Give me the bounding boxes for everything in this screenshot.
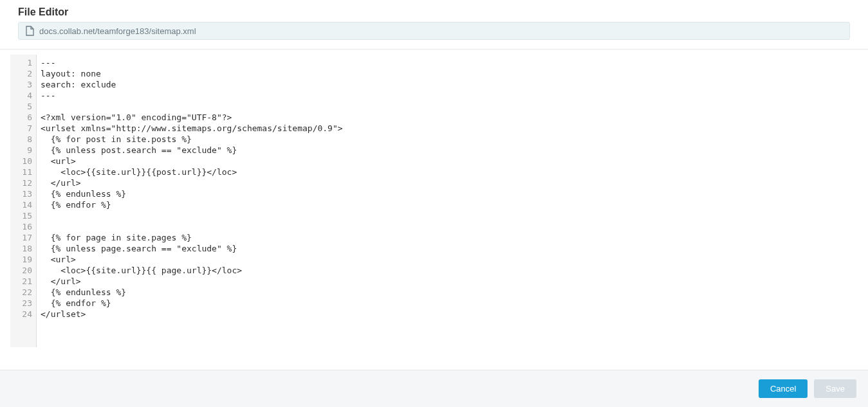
code-line[interactable]: <?xml version="1.0" encoding="UTF-8"?> xyxy=(41,112,858,123)
editor-container: 123456789101112131415161718192021222324 … xyxy=(0,55,868,370)
line-number: 16 xyxy=(17,221,32,232)
line-number: 5 xyxy=(17,101,32,112)
line-number: 18 xyxy=(17,243,32,254)
code-line[interactable]: {% for post in site.posts %} xyxy=(41,134,858,145)
line-number: 10 xyxy=(17,156,32,167)
code-line[interactable]: search: exclude xyxy=(41,79,858,90)
code-line[interactable]: {% endfor %} xyxy=(41,199,858,210)
code-line[interactable]: layout: none xyxy=(41,68,858,79)
code-line[interactable]: {% unless post.search == "exclude" %} xyxy=(41,145,858,156)
divider xyxy=(0,49,868,50)
line-number: 12 xyxy=(17,177,32,188)
line-number: 24 xyxy=(17,309,32,320)
line-number: 21 xyxy=(17,276,32,287)
line-number: 14 xyxy=(17,199,32,210)
code-line[interactable]: <loc>{{site.url}}{{post.url}}</loc> xyxy=(41,167,858,177)
line-number: 13 xyxy=(17,188,32,199)
line-number: 17 xyxy=(17,232,32,243)
code-line[interactable]: <url> xyxy=(41,156,858,167)
line-number: 15 xyxy=(17,210,32,221)
cancel-button[interactable]: Cancel xyxy=(759,379,808,398)
code-line[interactable]: {% endfor %} xyxy=(41,298,858,309)
code-line[interactable]: </urlset> xyxy=(41,309,858,320)
page-title: File Editor xyxy=(18,6,850,18)
code-editor[interactable]: 123456789101112131415161718192021222324 … xyxy=(10,55,858,347)
code-line[interactable]: <loc>{{site.url}}{{ page.url}}</loc> xyxy=(41,265,858,276)
editor-header: File Editor docs.collab.net/teamforge183… xyxy=(0,0,868,40)
line-number: 1 xyxy=(17,57,32,68)
code-line[interactable] xyxy=(41,101,858,112)
line-number: 20 xyxy=(17,265,32,276)
code-line[interactable]: --- xyxy=(41,90,858,101)
code-line[interactable]: <urlset xmlns="http://www.sitemaps.org/s… xyxy=(41,123,858,134)
code-line[interactable]: </url> xyxy=(41,276,858,287)
code-line[interactable]: {% unless page.search == "exclude" %} xyxy=(41,243,858,254)
file-path-text: docs.collab.net/teamforge183/sitemap.xml xyxy=(39,26,196,36)
line-number: 7 xyxy=(17,123,32,134)
line-number: 4 xyxy=(17,90,32,101)
line-number: 11 xyxy=(17,167,32,177)
code-line[interactable]: {% endunless %} xyxy=(41,287,858,298)
line-number: 9 xyxy=(17,145,32,156)
code-line[interactable] xyxy=(41,221,858,232)
line-number: 22 xyxy=(17,287,32,298)
code-content[interactable]: ---layout: nonesearch: exclude---<?xml v… xyxy=(36,55,858,347)
code-line[interactable]: {% for page in site.pages %} xyxy=(41,232,858,243)
file-icon xyxy=(25,26,34,36)
code-line[interactable]: <url> xyxy=(41,254,858,265)
code-line[interactable] xyxy=(41,210,858,221)
line-number-gutter: 123456789101112131415161718192021222324 xyxy=(10,55,36,347)
footer-bar: Cancel Save xyxy=(0,370,868,407)
code-line[interactable]: </url> xyxy=(41,177,858,188)
line-number: 8 xyxy=(17,134,32,145)
file-path-bar: docs.collab.net/teamforge183/sitemap.xml xyxy=(18,22,850,40)
line-number: 6 xyxy=(17,112,32,123)
line-number: 19 xyxy=(17,254,32,265)
line-number: 23 xyxy=(17,298,32,309)
save-button[interactable]: Save xyxy=(814,379,856,398)
line-number: 2 xyxy=(17,68,32,79)
code-line[interactable]: --- xyxy=(41,57,858,68)
line-number: 3 xyxy=(17,79,32,90)
code-line[interactable]: {% endunless %} xyxy=(41,188,858,199)
